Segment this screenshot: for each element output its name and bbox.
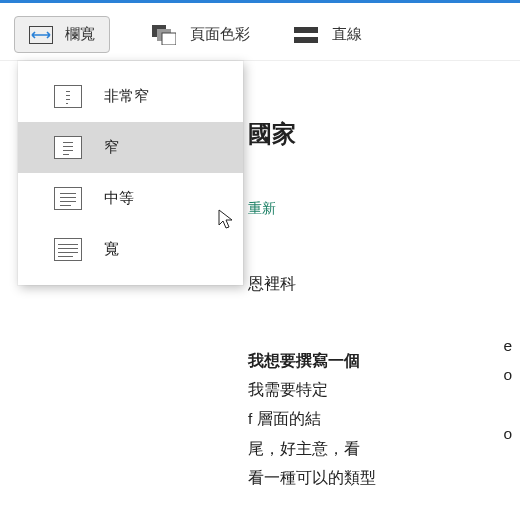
narrow-icon bbox=[54, 136, 82, 159]
article-text-line: 我需要特定 bbox=[248, 381, 328, 398]
medium-icon bbox=[54, 187, 82, 210]
line-focus-label: 直線 bbox=[332, 25, 362, 44]
page-color-button[interactable]: 頁面色彩 bbox=[150, 17, 252, 53]
reader-toolbar: 欄寬 頁面色彩 直線 bbox=[0, 3, 520, 61]
column-width-dropdown: 非常窄 窄 中等 bbox=[18, 61, 243, 285]
dropdown-option-label: 非常窄 bbox=[104, 87, 149, 106]
line-focus-button[interactable]: 直線 bbox=[292, 17, 364, 52]
edit-link-fragment[interactable]: 重新 bbox=[248, 195, 514, 222]
reader-content: 國家 重新 恩裡科 我想要撰寫一個 我需要特定 f 層面的結 尾，好主意，看 看… bbox=[248, 111, 514, 493]
article-text-bold: 我想要撰寫一個 bbox=[248, 352, 360, 369]
column-width-label: 欄寬 bbox=[65, 25, 95, 44]
dropdown-option-wide[interactable]: 寬 bbox=[18, 224, 243, 275]
article-text-right-column: e o o bbox=[503, 331, 512, 449]
svg-rect-5 bbox=[294, 33, 318, 37]
article-text-line: 恩裡科 bbox=[248, 269, 514, 299]
page-color-label: 頁面色彩 bbox=[190, 25, 250, 44]
column-width-icon bbox=[29, 26, 53, 44]
page-color-icon bbox=[152, 25, 176, 45]
dropdown-option-very-narrow[interactable]: 非常窄 bbox=[18, 71, 243, 122]
dropdown-option-label: 寬 bbox=[104, 240, 119, 259]
line-focus-icon bbox=[294, 27, 318, 43]
very-narrow-icon bbox=[54, 85, 82, 108]
dropdown-option-label: 中等 bbox=[104, 189, 134, 208]
column-width-button[interactable]: 欄寬 bbox=[14, 16, 110, 53]
article-title: 國家 bbox=[248, 111, 514, 157]
dropdown-option-narrow[interactable]: 窄 bbox=[18, 122, 243, 173]
dropdown-option-label: 窄 bbox=[104, 138, 119, 157]
article-text-line: 尾，好主意，看 bbox=[248, 440, 360, 457]
article-text-line: f 層面的結 bbox=[248, 410, 321, 427]
svg-rect-3 bbox=[162, 33, 176, 45]
article-text-line: 看一種可以的類型 bbox=[248, 469, 376, 486]
wide-icon bbox=[54, 238, 82, 261]
dropdown-option-medium[interactable]: 中等 bbox=[18, 173, 243, 224]
